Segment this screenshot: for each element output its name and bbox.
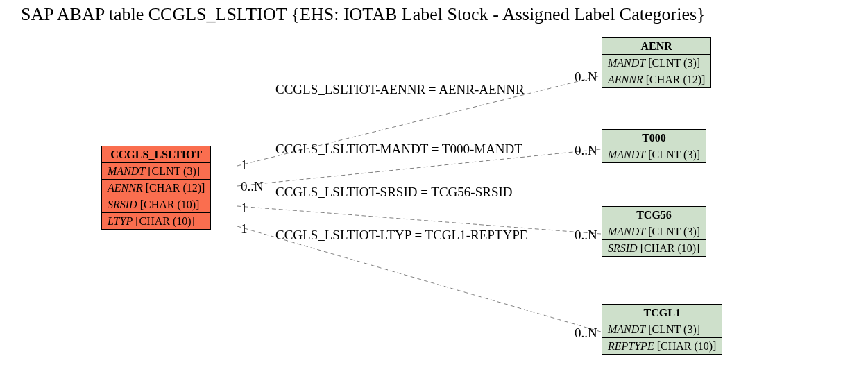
entity-tcgl1: TCGL1 MANDT [CLNT (3)] REPTYPE [CHAR (10… xyxy=(602,304,722,355)
entity-main-field: LTYP [CHAR (10)] xyxy=(102,213,211,230)
cardinality-left: 1 xyxy=(241,158,248,173)
entity-aenr-field: MANDT [CLNT (3)] xyxy=(602,55,711,71)
entity-tcgl1-field: MANDT [CLNT (3)] xyxy=(602,321,722,338)
diagram-canvas: { "title": "SAP ABAP table CCGLS_LSLTIOT… xyxy=(0,0,868,381)
relation-label: CCGLS_LSLTIOT-AENNR = AENR-AENNR xyxy=(275,82,525,97)
cardinality-right: 0..N xyxy=(575,69,597,85)
relation-label: CCGLS_LSLTIOT-SRSID = TCG56-SRSID xyxy=(275,185,513,200)
entity-main: CCGLS_LSLTIOT MANDT [CLNT (3)] AENNR [CH… xyxy=(101,146,211,230)
entity-tcg56-field: MANDT [CLNT (3)] xyxy=(602,223,706,240)
entity-aenr-field: AENNR [CHAR (12)] xyxy=(602,71,711,88)
relation-label: CCGLS_LSLTIOT-LTYP = TCGL1-REPTYPE xyxy=(275,228,527,243)
entity-aenr-name: AENR xyxy=(602,38,711,55)
entity-aenr: AENR MANDT [CLNT (3)] AENNR [CHAR (12)] xyxy=(602,37,711,88)
entity-main-field: AENNR [CHAR (12)] xyxy=(102,180,211,196)
entity-main-name: CCGLS_LSLTIOT xyxy=(102,146,211,163)
entity-t000-name: T000 xyxy=(602,130,706,146)
entity-main-field: SRSID [CHAR (10)] xyxy=(102,196,211,213)
relation-label: CCGLS_LSLTIOT-MANDT = T000-MANDT xyxy=(275,142,522,157)
entity-main-field: MANDT [CLNT (3)] xyxy=(102,163,211,180)
entity-tcgl1-field: REPTYPE [CHAR (10)] xyxy=(602,338,722,355)
cardinality-left: 0..N xyxy=(241,179,264,194)
entity-tcg56-field: SRSID [CHAR (10)] xyxy=(602,240,706,257)
cardinality-right: 0..N xyxy=(575,143,597,158)
cardinality-right: 0..N xyxy=(575,228,597,243)
cardinality-left: 1 xyxy=(241,221,248,237)
entity-t000-field: MANDT [CLNT (3)] xyxy=(602,146,706,163)
cardinality-left: 1 xyxy=(241,201,248,216)
page-title: SAP ABAP table CCGLS_LSLTIOT {EHS: IOTAB… xyxy=(21,4,706,25)
entity-tcgl1-name: TCGL1 xyxy=(602,305,722,321)
entity-t000: T000 MANDT [CLNT (3)] xyxy=(602,129,706,163)
cardinality-right: 0..N xyxy=(575,325,597,341)
entity-tcg56-name: TCG56 xyxy=(602,207,706,223)
entity-tcg56: TCG56 MANDT [CLNT (3)] SRSID [CHAR (10)] xyxy=(602,206,706,257)
